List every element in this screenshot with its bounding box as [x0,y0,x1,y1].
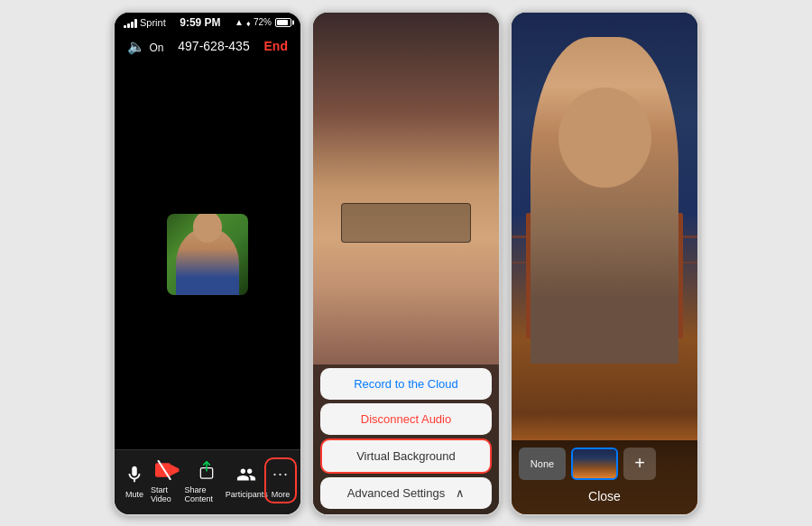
video-icon [155,457,180,483]
bg-selector: None + Close [512,440,697,514]
virtual-background-button[interactable]: Virtual Background [320,438,492,474]
screenshots-container: Sprint 9:59 PM ▲ ⬧ 72% 🔈 On 497-628-435 … [0,0,812,526]
more-label: More [272,490,291,499]
signal-bar-4 [134,19,137,28]
person-overlay [531,37,679,363]
participants-label: Participants [226,490,268,499]
time-display: 9:59 PM [180,16,220,29]
bg-options-row: None + [519,448,690,480]
video-background: Record to the Cloud Disconnect Audio Vir… [313,13,499,514]
caller-thumbnail [167,214,248,295]
more-button[interactable]: ··· More [264,457,297,503]
advanced-settings-label: Advanced Settings [347,486,445,500]
disconnect-audio-label: Disconnect Audio [361,412,451,426]
advanced-settings-button[interactable]: Advanced Settings ∧ [320,477,492,509]
bg-add-option[interactable]: + [623,448,656,480]
call-number: 497-628-435 [178,39,249,53]
signal-bar-1 [124,25,126,28]
share-content-label: Share Content [184,485,228,503]
start-video-label: Start Video [151,485,184,503]
phone-screen-2: Record to the Cloud Disconnect Audio Vir… [311,11,501,516]
call-header: 🔈 On 497-628-435 End [115,32,300,60]
battery-percent: 72% [254,17,272,27]
action-menu: Record to the Cloud Disconnect Audio Vir… [313,365,499,514]
status-bar-1: Sprint 9:59 PM ▲ ⬧ 72% [115,13,300,32]
direction-icon: ▲ [235,17,244,27]
speaker-icon: 🔈 On [127,38,163,55]
svg-marker-2 [171,464,179,475]
share-icon [194,457,219,483]
close-button[interactable]: Close [519,485,690,507]
bg-bridge-option[interactable] [571,448,618,480]
share-content-button[interactable]: Share Content [184,457,228,503]
caller-silhouette [176,227,239,295]
carrier-label: Sprint [140,17,166,28]
signal-bar-2 [127,23,130,28]
participants-button[interactable]: Participants [228,462,264,499]
bg-none-option[interactable]: None [519,448,566,480]
more-icon: ··· [268,462,293,487]
virtual-bg-video: None + Close [512,13,697,514]
call-body [115,60,300,449]
mute-label: Mute [125,490,143,499]
none-label: None [531,458,554,469]
signal-bars [124,17,137,28]
close-label: Close [588,489,621,503]
record-cloud-label: Record to the Cloud [354,377,458,391]
bluetooth-icon: ⬧ [245,17,252,28]
record-to-cloud-button[interactable]: Record to the Cloud [320,368,492,400]
status-icons: ▲ ⬧ 72% [235,17,291,28]
virtual-background-label: Virtual Background [356,449,456,463]
call-bottom-bar: Mute Start Video [115,449,300,514]
signal-bar-3 [131,22,134,28]
arrow-icon: ∧ [456,486,465,500]
plus-icon: + [634,453,645,474]
mute-button[interactable]: Mute [118,462,151,499]
disconnect-audio-button[interactable]: Disconnect Audio [320,403,492,435]
participants-icon [234,462,259,487]
mute-icon [122,462,147,487]
end-button[interactable]: End [264,39,288,53]
phone-screen-3: None + Close [510,11,699,516]
battery-icon [275,18,291,27]
start-video-button[interactable]: Start Video [151,457,184,503]
battery-fill [277,20,288,25]
phone-screen-1: Sprint 9:59 PM ▲ ⬧ 72% 🔈 On 497-628-435 … [113,11,302,516]
